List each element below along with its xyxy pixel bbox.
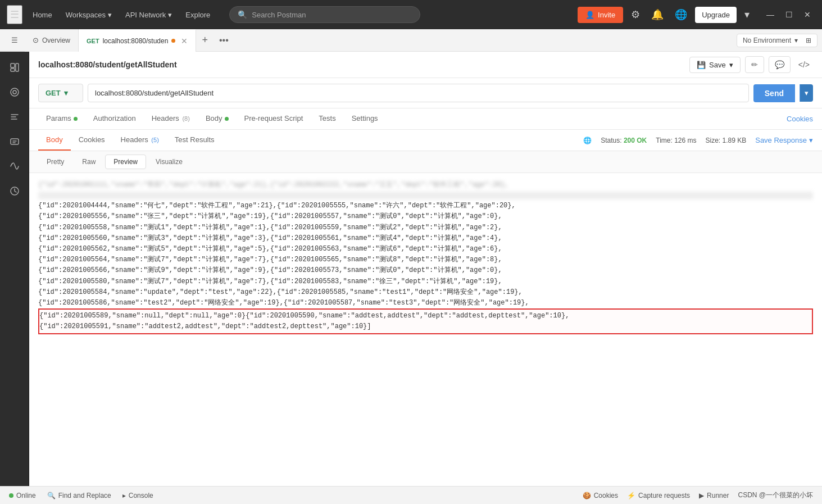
online-status[interactable]: Online <box>9 492 36 500</box>
tab-body[interactable]: Body <box>198 108 237 129</box>
svg-point-4 <box>13 90 16 94</box>
resp-tab-cookies[interactable]: Cookies <box>71 130 113 151</box>
response-body: {"id":20201001111,"sname":"李四","dept":"计… <box>29 173 822 486</box>
capture-icon: ⚡ <box>627 492 635 500</box>
env-icon-button[interactable]: ⊞ <box>806 37 811 44</box>
cookies-link[interactable]: Cookies <box>787 115 813 123</box>
cookie-icon: 🍪 <box>583 492 591 500</box>
sidebar-item-history[interactable] <box>3 180 26 202</box>
request-tabs: Params Authorization Headers (8) Body Pr… <box>29 108 822 130</box>
response-line-10: {"id":20201005580,"sname":"测试7","dept":"… <box>38 276 813 287</box>
statusbar-right: 🍪 Cookies ⚡ Capture requests ▶ Runner CS… <box>583 491 813 500</box>
sidebar-item-apis[interactable] <box>3 81 26 103</box>
upgrade-button[interactable]: Upgrade <box>695 7 737 23</box>
method-selector[interactable]: GET ▾ <box>38 84 83 102</box>
tab-modified-dot <box>171 39 175 43</box>
save-dropdown-icon[interactable]: ▾ <box>729 61 733 69</box>
response-line-13: {"id":20201005589,"sname":null,"dept":nu… <box>39 311 812 321</box>
resp-tab-body[interactable]: Body <box>38 130 71 151</box>
capture-requests-button[interactable]: ⚡ Capture requests <box>627 491 690 500</box>
close-button[interactable]: ✕ <box>800 8 815 21</box>
runner-button[interactable]: ▶ Runner <box>699 491 729 500</box>
response-line-12: {"id":20201005586,"sname":"test2","dept"… <box>38 298 813 308</box>
response-line-2 <box>38 192 813 199</box>
sidebar-toggle[interactable]: ☰ <box>4 29 25 52</box>
tab-bar: ☰ ⊙ Overview GET localhost:8080/studen ✕… <box>0 29 822 52</box>
save-response-button[interactable]: Save Response ▾ <box>755 136 813 144</box>
tab-settings[interactable]: Settings <box>344 108 386 129</box>
notifications-icon[interactable]: 🔔 <box>648 5 667 24</box>
response-line-8: {"id":20201005564,"sname":"测试7","dept":"… <box>38 255 813 265</box>
response-size: Size: 1.89 KB <box>706 137 747 144</box>
sidebar-item-monitors[interactable] <box>3 155 26 178</box>
comment-button[interactable]: 💬 <box>769 56 791 73</box>
save-response-chevron-icon: ▾ <box>809 136 813 144</box>
send-dropdown-button[interactable]: ▾ <box>800 84 813 102</box>
resp-tab-headers[interactable]: Headers (5) <box>113 130 167 151</box>
sidebar <box>0 52 29 486</box>
tab-tests[interactable]: Tests <box>311 108 343 129</box>
console-button[interactable]: ▸ Console <box>122 492 153 500</box>
edit-button[interactable]: ✏ <box>745 56 764 73</box>
sidebar-item-mock-servers[interactable] <box>3 130 26 153</box>
url-bar: GET ▾ Send ▾ <box>29 78 822 108</box>
tab-overview[interactable]: ⊙ Overview <box>25 29 79 52</box>
url-input[interactable] <box>88 84 749 102</box>
request-header: localhost:8080/student/getAllStudent 💾 S… <box>29 52 822 78</box>
tab-headers[interactable]: Headers (8) <box>144 108 198 129</box>
nav-home[interactable]: Home <box>27 7 58 22</box>
sidebar-item-collections[interactable] <box>3 56 26 79</box>
params-dot <box>74 117 78 121</box>
environment-selector[interactable]: No Environment ▾ ⊞ <box>737 34 818 47</box>
find-replace-button[interactable]: 🔍 Find and Replace <box>47 492 111 500</box>
nav-explore[interactable]: Explore <box>180 7 216 22</box>
tab-active-request[interactable]: GET localhost:8080/studen ✕ <box>79 29 196 52</box>
chevron-down-icon[interactable]: ▾ <box>741 5 753 24</box>
response-line-6: {"id":20201005560,"sname":"测试3","dept":"… <box>38 233 813 244</box>
fmt-tab-visualize[interactable]: Visualize <box>147 155 191 169</box>
minimize-button[interactable]: — <box>762 8 779 21</box>
sidebar-item-environments[interactable] <box>3 106 26 128</box>
menu-icon[interactable]: ☰ <box>7 5 22 24</box>
tab-params[interactable]: Params <box>38 108 85 129</box>
response-status: 🌐 Status: 200 OK Time: 126 ms Size: 1.89… <box>583 136 813 144</box>
nav-api-network[interactable]: API Network ▾ <box>120 7 178 22</box>
fmt-tab-raw[interactable]: Raw <box>74 155 104 169</box>
fmt-tab-preview[interactable]: Preview <box>105 155 146 169</box>
tab-authorization[interactable]: Authorization <box>85 108 144 129</box>
invite-button[interactable]: 👤 Invite <box>578 7 623 23</box>
overview-icon: ⊙ <box>33 36 39 44</box>
settings-icon[interactable]: ⚙ <box>628 5 643 24</box>
method-label: GET <box>46 89 61 97</box>
code-button[interactable]: </> <box>795 57 813 72</box>
save-button[interactable]: 💾 Save ▾ <box>689 57 741 73</box>
more-tabs-icon[interactable]: ••• <box>214 35 234 46</box>
env-label: No Environment <box>743 37 791 44</box>
new-tab-button[interactable]: + <box>196 34 214 46</box>
find-replace-icon: 🔍 <box>47 492 56 500</box>
globe-icon: 🌐 <box>583 137 592 144</box>
cookies-status-button[interactable]: 🍪 Cookies <box>583 491 618 500</box>
profile-icon[interactable]: 🌐 <box>671 5 691 24</box>
right-label: CSDN @一个很菜的小坏 <box>738 491 813 500</box>
main-layout: localhost:8080/student/getAllStudent 💾 S… <box>0 52 822 486</box>
search-bar[interactable]: 🔍 Search Postman <box>229 6 420 23</box>
nav-workspaces[interactable]: Workspaces ▾ <box>60 7 117 22</box>
tab-pre-request-script[interactable]: Pre-request Script <box>237 108 311 129</box>
send-button[interactable]: Send <box>753 84 795 102</box>
fmt-tab-pretty[interactable]: Pretty <box>38 155 72 169</box>
highlighted-response-block: {"id":20201005589,"sname":null,"dept":nu… <box>38 308 813 334</box>
tab-close-icon[interactable]: ✕ <box>181 37 188 46</box>
online-label: Online <box>16 492 36 500</box>
content-area: localhost:8080/student/getAllStudent 💾 S… <box>29 52 822 486</box>
body-dot <box>225 117 229 121</box>
nav-bar: Home Workspaces ▾ API Network ▾ Explore <box>27 7 216 22</box>
method-chevron-icon: ▾ <box>64 89 68 97</box>
response-line-4: {"id":20201005556,"sname":"张三","dept":"计… <box>38 211 813 222</box>
resp-tab-test-results[interactable]: Test Results <box>167 130 222 151</box>
maximize-button[interactable]: ☐ <box>781 8 797 21</box>
search-placeholder: Search Postman <box>252 11 306 19</box>
tab-url-label: localhost:8080/studen <box>103 37 169 45</box>
svg-rect-2 <box>16 63 19 71</box>
response-time: Time: 126 ms <box>656 137 696 144</box>
